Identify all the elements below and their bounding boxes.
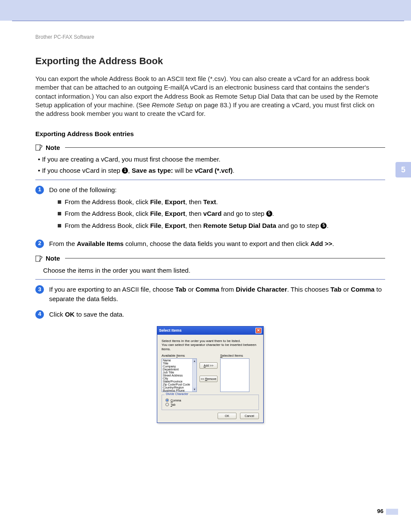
radio-dot-on-icon: [165, 398, 169, 402]
list-item[interactable]: Street Address: [163, 374, 190, 377]
step-4-body: Click OK to save the data.: [49, 310, 385, 319]
s1c-rs: Remote Setup Dial Data: [203, 222, 276, 229]
rem-rest: emove: [207, 377, 216, 380]
add-button[interactable]: Add >>: [199, 362, 218, 369]
list-item[interactable]: Zip Code/Post Code: [163, 383, 190, 386]
dialog-titlebar[interactable]: Select Items ✕: [157, 327, 263, 335]
step-ref-1-icon: 1: [122, 168, 128, 174]
header-bar: [0, 0, 411, 21]
page-number-value: 96: [377, 508, 383, 514]
rem-pre: <<: [201, 377, 205, 380]
note-header-2: Note: [35, 255, 385, 262]
divide-character-group: Divide Character Comma Tab: [162, 395, 259, 410]
radio-tab[interactable]: Tab: [165, 403, 255, 406]
dialog-buttons: OK Cancel: [162, 413, 259, 419]
step-4: 4 Click OK to save the data.: [35, 310, 385, 319]
scroll-up-icon[interactable]: ▲: [193, 359, 196, 363]
transfer-buttons: Add >> << Remove: [199, 362, 218, 382]
s2-b: column, choose the data fields you want …: [124, 240, 311, 247]
step-ref-5b-icon: 5: [321, 223, 327, 229]
list-item[interactable]: State/Province: [163, 380, 190, 383]
note-body-2: Choose the items in the order you want t…: [43, 266, 385, 275]
remove-button[interactable]: << Remove: [199, 376, 218, 382]
note1-2c: will be: [173, 167, 195, 174]
s2-a: From the: [49, 240, 77, 247]
selected-listbox[interactable]: [220, 358, 249, 392]
s2-avail: Available Items: [77, 240, 124, 247]
scroll-down-icon[interactable]: ▼: [193, 387, 196, 392]
s1a-end: .: [216, 198, 218, 205]
breadcrumb: Brother PC-FAX Software: [35, 34, 385, 40]
dialog-desc: Select items in the order you want them …: [162, 339, 259, 352]
s3-comma2: Comma: [351, 286, 374, 293]
s4-a: Click: [49, 311, 65, 318]
note1-2d: .: [233, 167, 234, 174]
s4-ok: OK: [65, 311, 75, 318]
note-body-1: If you are creating a vCard, you must fi…: [38, 155, 385, 175]
radio-comma[interactable]: Comma: [165, 398, 255, 402]
s1b-pre: From the Address Book, click: [65, 210, 150, 217]
s3-b: or: [186, 286, 196, 293]
s1b-c2: , then: [185, 210, 203, 217]
list-item[interactable]: Business Phone: [163, 389, 190, 392]
s4-b: to save the data.: [75, 311, 124, 318]
intro-paragraph: You can export the whole Address Book to…: [35, 75, 385, 118]
selected-column: Selected Items: [220, 354, 249, 392]
add-rest: dd >>: [206, 364, 213, 367]
selected-label: Selected Items: [220, 354, 249, 358]
note-header: Note: [35, 143, 385, 151]
list-item[interactable]: Company: [163, 365, 190, 368]
s1a-pre: From the Address Book, click: [65, 198, 150, 205]
note1-save: Save as type:: [132, 167, 173, 174]
s1b-file: File: [150, 210, 161, 217]
close-icon[interactable]: ✕: [255, 328, 262, 333]
select-items-dialog: Select Items ✕ Select items in the order…: [157, 326, 264, 423]
page-number-box: [386, 509, 398, 515]
s1a-export: Export: [165, 198, 186, 205]
dialog-wrap: Select Items ✕ Select items in the order…: [35, 326, 385, 423]
s3-tab2: Tab: [330, 286, 342, 293]
note-rule: [65, 258, 385, 258]
s1c-c3: and go to step: [276, 222, 321, 229]
avl-b: tems: [177, 354, 185, 358]
note-label: Note: [46, 255, 60, 262]
note-icon: [35, 143, 43, 151]
list-item[interactable]: City: [163, 377, 190, 380]
bullet-icon: [58, 212, 61, 215]
scrollbar[interactable]: ▲ ▼: [192, 359, 196, 392]
list-item[interactable]: Country/Region: [163, 386, 190, 389]
s1c-c1: ,: [161, 222, 165, 229]
rt-r: ab: [172, 403, 176, 406]
s3-tab: Tab: [175, 286, 187, 293]
step-2-body: From the Available Items column, choose …: [49, 239, 385, 249]
step-ref-5a-icon: 5: [266, 211, 272, 217]
dialog-columns: Available Items NameTitleCompanyDepartme…: [162, 354, 259, 392]
list-item[interactable]: Job Title: [163, 371, 190, 374]
radio-dot-off-icon: [165, 403, 169, 406]
dialog-desc-1: Select items in the order you want them …: [162, 339, 259, 343]
rc-r: omma: [173, 399, 181, 402]
note1-2b: ,: [128, 167, 131, 174]
available-listbox[interactable]: NameTitleCompanyDepartmentJob TitleStree…: [162, 358, 197, 392]
s2-add: Add >>: [310, 240, 332, 247]
s1b-vcard: vCard: [203, 210, 222, 217]
ok-button[interactable]: OK: [218, 413, 237, 419]
sel-b: elected Items: [222, 354, 243, 358]
step-2-badge: 2: [35, 240, 44, 248]
page-title: Exporting the Address Book: [35, 56, 385, 67]
s1c-end: .: [327, 222, 328, 229]
bullet-icon: [58, 224, 61, 227]
step-4-badge: 4: [35, 310, 44, 319]
cancel-button[interactable]: Cancel: [240, 413, 259, 419]
s1c-export: Export: [165, 222, 186, 229]
note-rule: [65, 147, 385, 148]
step-1a: From the Address Book, click File, Expor…: [58, 197, 385, 207]
list-item[interactable]: Name: [163, 359, 190, 362]
bullet-icon: [58, 200, 61, 204]
list-item[interactable]: Department: [163, 368, 190, 371]
s3-c: from: [219, 286, 236, 293]
chapter-tab: 5: [395, 162, 411, 177]
available-label: Available Items: [162, 354, 197, 358]
list-item[interactable]: Title: [163, 362, 190, 365]
dialog-desc-2: You can select the separator character t…: [162, 343, 259, 351]
